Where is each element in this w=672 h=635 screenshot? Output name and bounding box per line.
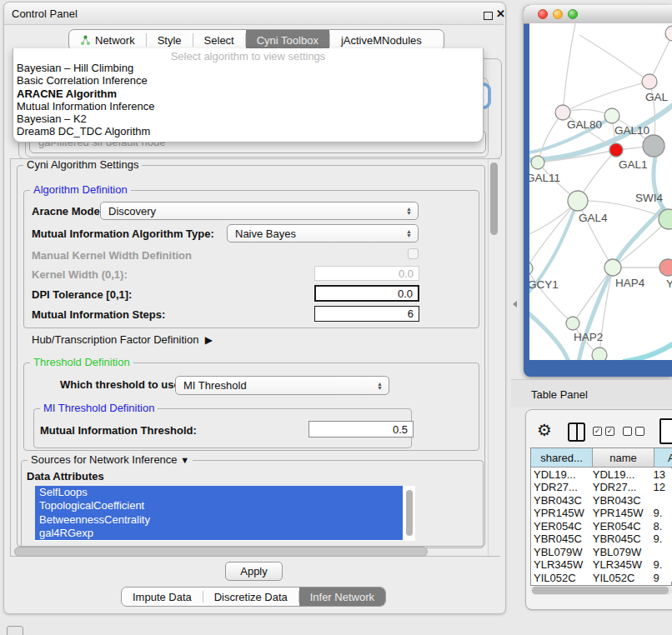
aracne-mode-value: Discovery	[108, 205, 156, 218]
gear-icon[interactable]: ⚙	[537, 420, 552, 440]
columns-icon[interactable]	[568, 422, 585, 442]
table-cell: 8.	[649, 520, 672, 532]
column-header-name[interactable]: name	[593, 448, 654, 468]
table-row[interactable]: YDR27...YDR27...12	[531, 481, 672, 493]
table-cell: YBR045C	[531, 532, 590, 545]
tab-style[interactable]: Style	[147, 30, 193, 50]
which-threshold-combobox[interactable]: MI Threshold ▲▼	[175, 376, 389, 395]
close-icon[interactable]: ✕	[496, 8, 505, 20]
node-label: GAL10	[614, 124, 649, 137]
node-label: GAL80	[567, 118, 602, 131]
tab-infer-network[interactable]: Infer Network	[299, 588, 385, 606]
close-traffic-light-icon[interactable]	[538, 9, 548, 19]
table-row[interactable]: YBR043CYBR043C	[531, 494, 672, 507]
table-horizontal-scrollbar-thumb[interactable]	[532, 587, 669, 594]
aracne-mode-combobox[interactable]: Discovery ▲▼	[100, 202, 419, 220]
network-node-y[interactable]	[659, 259, 672, 276]
network-node-gal1[interactable]	[609, 143, 623, 157]
network-node-gal4[interactable]	[568, 191, 588, 211]
algorithm-option-mutual-information-inference[interactable]: Mutual Information Inference	[13, 100, 483, 112]
network-view-window: GALGAL80GAL10GAL1GAL11GAL4SWI4GCY1HAP4YH…	[524, 5, 672, 377]
column-header-shared[interactable]: shared...	[531, 448, 593, 468]
table-cell: YLR345W	[531, 558, 590, 571]
tab-label: Impute Data	[133, 591, 192, 603]
hub-definition-label: Hub/Transcription Factor Definition	[32, 333, 198, 346]
mi-type-combobox[interactable]: Naive Bayes ▲▼	[227, 224, 419, 242]
tab-label: Style	[158, 34, 182, 47]
network-node-gal11[interactable]	[531, 156, 544, 169]
tab-network[interactable]: Network	[69, 30, 146, 50]
algorithm-option-aracne-algorithm[interactable]: ARACNE Algorithm	[13, 88, 483, 100]
attribute-item-topologicalcoefficient[interactable]: TopologicalCoefficient	[35, 499, 403, 512]
mi-steps-field[interactable]: 6	[314, 306, 419, 322]
tab-select[interactable]: Select	[193, 30, 245, 50]
tab-jactivemnodules[interactable]: jActiveMNodules	[330, 30, 433, 50]
minimize-traffic-light-icon[interactable]	[553, 9, 563, 19]
table-cell: YBL079W	[531, 546, 590, 558]
tab-label: Cyni Toolbox	[257, 34, 318, 47]
network-node[interactable]	[592, 348, 607, 360]
column-header-third[interactable]: A	[654, 448, 672, 468]
table-cell	[649, 546, 672, 558]
network-node-gal[interactable]	[642, 74, 657, 89]
table-cell: YIL052C	[590, 572, 650, 582]
network-node-hap2[interactable]	[566, 317, 579, 330]
split-pane-arrow-icon[interactable]	[513, 301, 517, 308]
algorithm-option-bayesian-hill-climbing[interactable]: Bayesian – Hill Climbing	[13, 62, 483, 74]
aracne-mode-label: Aracne Mode:	[32, 205, 103, 218]
settings-horizontal-scrollbar-thumb[interactable]	[14, 547, 428, 557]
table-cell: YDL19...	[531, 468, 590, 481]
kernel-width-field[interactable]: 0.0	[314, 266, 419, 281]
table-cell: YPR145W	[531, 507, 590, 519]
table-row[interactable]: YPR145WYPR145W9.	[531, 507, 672, 519]
sources-group-title[interactable]: Sources for Network Inference ▼	[28, 454, 193, 466]
table-row[interactable]: YER054CYER054C8.	[531, 520, 672, 532]
unchecked-box-icon	[635, 427, 644, 436]
table-row[interactable]: YBR045CYBR045C9.	[531, 532, 672, 545]
tab-discretize-data[interactable]: Discretize Data	[203, 588, 298, 606]
mi-threshold-field[interactable]: 0.5	[308, 421, 414, 438]
table-row[interactable]: YBL079WYBL079W	[531, 546, 672, 558]
network-canvas[interactable]: GALGAL80GAL10GAL1GAL11GAL4SWI4GCY1HAP4YH…	[529, 23, 672, 360]
algorithm-dropdown-popup: Select algorithm to view settings Bayesi…	[13, 48, 484, 142]
settings-vertical-scrollbar-thumb[interactable]	[490, 162, 498, 235]
checked-box-icon: ✓	[593, 427, 602, 436]
table-cell: 12	[649, 481, 672, 493]
apply-button[interactable]: Apply	[225, 562, 283, 581]
network-node[interactable]	[665, 26, 672, 41]
attribute-item-selfloops[interactable]: SelfLoops	[35, 486, 403, 499]
table-row[interactable]: YLR345WYLR345W9.	[531, 558, 672, 571]
algorithm-option-basic-correlation-inference[interactable]: Basic Correlation Inference	[13, 74, 483, 87]
list-scrollbar-thumb[interactable]	[406, 490, 413, 536]
table-cell: YPR145W	[590, 507, 650, 519]
algorithm-definition-title: Algorithm Definition	[30, 184, 131, 196]
tab-label: Select	[204, 34, 234, 47]
checked-box-icon: ✓	[605, 427, 614, 436]
dpi-tolerance-field[interactable]: 0.0	[314, 285, 419, 302]
hub-definition-toggle[interactable]: Hub/Transcription Factor Definition ▶	[32, 333, 213, 346]
tab-cyni-toolbox[interactable]: Cyni Toolbox	[246, 30, 329, 50]
tab-label: Infer Network	[310, 591, 374, 603]
select-all-columns-icon[interactable]: ✓ ✓	[593, 427, 614, 436]
manual-kernel-checkbox[interactable]	[408, 248, 419, 259]
network-node-gcy1[interactable]	[529, 262, 533, 275]
algorithm-option-dream8-dc-tdc-algorithm[interactable]: Dream8 DC_TDC Algorithm	[13, 125, 483, 138]
new-table-file-icon[interactable]	[659, 418, 672, 444]
algorithm-option-bayesian-k2[interactable]: Bayesian – K2	[13, 112, 483, 125]
tab-impute-data[interactable]: Impute Data	[122, 588, 203, 606]
collapse-down-icon: ▼	[180, 455, 189, 465]
float-window-icon[interactable]	[484, 12, 493, 20]
attribute-item-betweennesscentrality[interactable]: BetweennessCentrality	[35, 513, 403, 527]
attribute-item-gal4rgexp[interactable]: gal4RGexp	[35, 527, 403, 540]
deselect-all-columns-icon[interactable]	[623, 427, 644, 436]
table-cell: 9.	[649, 507, 672, 519]
minimized-panel-button[interactable]	[7, 626, 23, 635]
table-cell: YBR043C	[531, 494, 590, 507]
table-row[interactable]: YIL052CYIL052C9	[531, 572, 672, 582]
network-node-hap4[interactable]	[604, 259, 621, 276]
network-node[interactable]	[643, 135, 664, 157]
zoom-traffic-light-icon[interactable]	[568, 9, 578, 19]
table-row[interactable]: YDL19...YDL19...13	[531, 468, 672, 481]
node-label: HAP4	[615, 277, 645, 289]
network-node-gal10[interactable]	[604, 108, 619, 123]
